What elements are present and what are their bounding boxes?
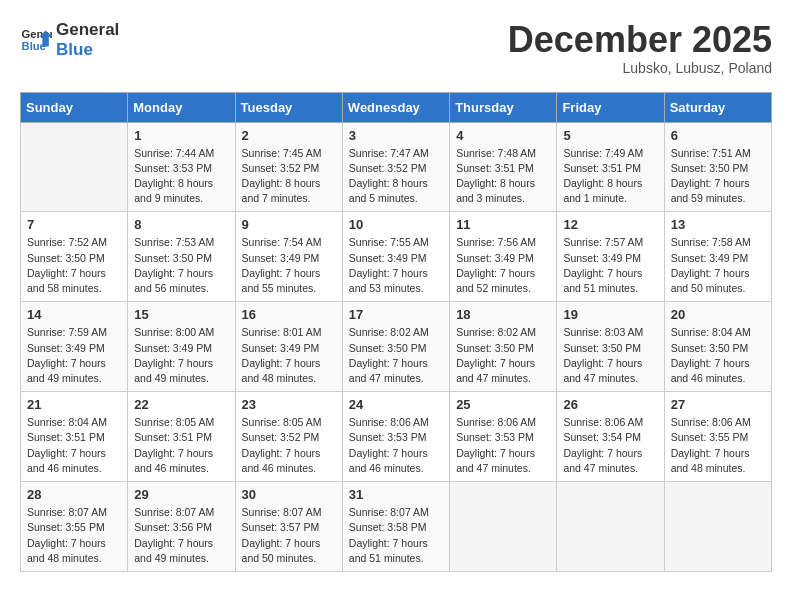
calendar-week-row: 7Sunrise: 7:52 AM Sunset: 3:50 PM Daylig… bbox=[21, 212, 772, 302]
location-subtitle: Lubsko, Lubusz, Poland bbox=[508, 60, 772, 76]
day-info: Sunrise: 8:04 AM Sunset: 3:50 PM Dayligh… bbox=[671, 325, 765, 386]
day-info: Sunrise: 8:06 AM Sunset: 3:54 PM Dayligh… bbox=[563, 415, 657, 476]
calendar-day-cell: 7Sunrise: 7:52 AM Sunset: 3:50 PM Daylig… bbox=[21, 212, 128, 302]
day-number: 9 bbox=[242, 217, 336, 232]
day-info: Sunrise: 8:02 AM Sunset: 3:50 PM Dayligh… bbox=[456, 325, 550, 386]
day-number: 12 bbox=[563, 217, 657, 232]
calendar-week-row: 28Sunrise: 8:07 AM Sunset: 3:55 PM Dayli… bbox=[21, 482, 772, 572]
day-info: Sunrise: 7:54 AM Sunset: 3:49 PM Dayligh… bbox=[242, 235, 336, 296]
day-number: 15 bbox=[134, 307, 228, 322]
day-number: 17 bbox=[349, 307, 443, 322]
day-number: 8 bbox=[134, 217, 228, 232]
calendar-day-cell: 25Sunrise: 8:06 AM Sunset: 3:53 PM Dayli… bbox=[450, 392, 557, 482]
logo-text-general: General bbox=[56, 20, 119, 40]
calendar-day-cell: 27Sunrise: 8:06 AM Sunset: 3:55 PM Dayli… bbox=[664, 392, 771, 482]
day-number: 31 bbox=[349, 487, 443, 502]
day-info: Sunrise: 8:06 AM Sunset: 3:53 PM Dayligh… bbox=[349, 415, 443, 476]
day-number: 6 bbox=[671, 128, 765, 143]
calendar-day-cell bbox=[557, 482, 664, 572]
day-number: 3 bbox=[349, 128, 443, 143]
day-number: 26 bbox=[563, 397, 657, 412]
calendar-day-cell: 31Sunrise: 8:07 AM Sunset: 3:58 PM Dayli… bbox=[342, 482, 449, 572]
weekday-header-cell: Wednesday bbox=[342, 92, 449, 122]
calendar-day-cell: 20Sunrise: 8:04 AM Sunset: 3:50 PM Dayli… bbox=[664, 302, 771, 392]
calendar-week-row: 14Sunrise: 7:59 AM Sunset: 3:49 PM Dayli… bbox=[21, 302, 772, 392]
day-number: 30 bbox=[242, 487, 336, 502]
day-number: 4 bbox=[456, 128, 550, 143]
day-number: 16 bbox=[242, 307, 336, 322]
calendar-day-cell: 26Sunrise: 8:06 AM Sunset: 3:54 PM Dayli… bbox=[557, 392, 664, 482]
weekday-header-cell: Saturday bbox=[664, 92, 771, 122]
weekday-header-row: SundayMondayTuesdayWednesdayThursdayFrid… bbox=[21, 92, 772, 122]
day-number: 7 bbox=[27, 217, 121, 232]
day-number: 29 bbox=[134, 487, 228, 502]
day-info: Sunrise: 8:07 AM Sunset: 3:58 PM Dayligh… bbox=[349, 505, 443, 566]
calendar-day-cell: 17Sunrise: 8:02 AM Sunset: 3:50 PM Dayli… bbox=[342, 302, 449, 392]
day-number: 19 bbox=[563, 307, 657, 322]
day-info: Sunrise: 7:58 AM Sunset: 3:49 PM Dayligh… bbox=[671, 235, 765, 296]
day-info: Sunrise: 7:55 AM Sunset: 3:49 PM Dayligh… bbox=[349, 235, 443, 296]
day-number: 25 bbox=[456, 397, 550, 412]
calendar-body: 1Sunrise: 7:44 AM Sunset: 3:53 PM Daylig… bbox=[21, 122, 772, 571]
calendar-day-cell: 8Sunrise: 7:53 AM Sunset: 3:50 PM Daylig… bbox=[128, 212, 235, 302]
day-info: Sunrise: 8:03 AM Sunset: 3:50 PM Dayligh… bbox=[563, 325, 657, 386]
calendar-day-cell: 21Sunrise: 8:04 AM Sunset: 3:51 PM Dayli… bbox=[21, 392, 128, 482]
day-info: Sunrise: 7:47 AM Sunset: 3:52 PM Dayligh… bbox=[349, 146, 443, 207]
calendar-table: SundayMondayTuesdayWednesdayThursdayFrid… bbox=[20, 92, 772, 572]
day-number: 21 bbox=[27, 397, 121, 412]
weekday-header-cell: Tuesday bbox=[235, 92, 342, 122]
day-number: 11 bbox=[456, 217, 550, 232]
calendar-day-cell bbox=[21, 122, 128, 212]
day-number: 22 bbox=[134, 397, 228, 412]
day-number: 5 bbox=[563, 128, 657, 143]
day-number: 24 bbox=[349, 397, 443, 412]
day-number: 10 bbox=[349, 217, 443, 232]
calendar-day-cell: 3Sunrise: 7:47 AM Sunset: 3:52 PM Daylig… bbox=[342, 122, 449, 212]
calendar-day-cell: 29Sunrise: 8:07 AM Sunset: 3:56 PM Dayli… bbox=[128, 482, 235, 572]
calendar-day-cell bbox=[664, 482, 771, 572]
day-info: Sunrise: 8:07 AM Sunset: 3:57 PM Dayligh… bbox=[242, 505, 336, 566]
calendar-day-cell: 14Sunrise: 7:59 AM Sunset: 3:49 PM Dayli… bbox=[21, 302, 128, 392]
weekday-header-cell: Thursday bbox=[450, 92, 557, 122]
calendar-day-cell: 15Sunrise: 8:00 AM Sunset: 3:49 PM Dayli… bbox=[128, 302, 235, 392]
day-number: 14 bbox=[27, 307, 121, 322]
calendar-day-cell: 12Sunrise: 7:57 AM Sunset: 3:49 PM Dayli… bbox=[557, 212, 664, 302]
calendar-day-cell: 2Sunrise: 7:45 AM Sunset: 3:52 PM Daylig… bbox=[235, 122, 342, 212]
day-info: Sunrise: 8:05 AM Sunset: 3:52 PM Dayligh… bbox=[242, 415, 336, 476]
page-header: General Blue General Blue December 2025 … bbox=[20, 20, 772, 76]
day-info: Sunrise: 8:07 AM Sunset: 3:55 PM Dayligh… bbox=[27, 505, 121, 566]
calendar-day-cell: 30Sunrise: 8:07 AM Sunset: 3:57 PM Dayli… bbox=[235, 482, 342, 572]
logo-icon: General Blue bbox=[20, 24, 52, 56]
logo: General Blue General Blue bbox=[20, 20, 119, 61]
day-info: Sunrise: 8:02 AM Sunset: 3:50 PM Dayligh… bbox=[349, 325, 443, 386]
day-info: Sunrise: 7:44 AM Sunset: 3:53 PM Dayligh… bbox=[134, 146, 228, 207]
calendar-day-cell: 5Sunrise: 7:49 AM Sunset: 3:51 PM Daylig… bbox=[557, 122, 664, 212]
calendar-day-cell: 11Sunrise: 7:56 AM Sunset: 3:49 PM Dayli… bbox=[450, 212, 557, 302]
title-block: December 2025 Lubsko, Lubusz, Poland bbox=[508, 20, 772, 76]
day-info: Sunrise: 8:06 AM Sunset: 3:55 PM Dayligh… bbox=[671, 415, 765, 476]
day-info: Sunrise: 7:49 AM Sunset: 3:51 PM Dayligh… bbox=[563, 146, 657, 207]
day-number: 23 bbox=[242, 397, 336, 412]
weekday-header-cell: Sunday bbox=[21, 92, 128, 122]
day-info: Sunrise: 7:51 AM Sunset: 3:50 PM Dayligh… bbox=[671, 146, 765, 207]
calendar-day-cell bbox=[450, 482, 557, 572]
day-info: Sunrise: 7:53 AM Sunset: 3:50 PM Dayligh… bbox=[134, 235, 228, 296]
day-info: Sunrise: 8:07 AM Sunset: 3:56 PM Dayligh… bbox=[134, 505, 228, 566]
day-number: 13 bbox=[671, 217, 765, 232]
day-info: Sunrise: 7:56 AM Sunset: 3:49 PM Dayligh… bbox=[456, 235, 550, 296]
svg-text:Blue: Blue bbox=[22, 40, 46, 52]
month-title: December 2025 bbox=[508, 20, 772, 60]
calendar-week-row: 21Sunrise: 8:04 AM Sunset: 3:51 PM Dayli… bbox=[21, 392, 772, 482]
calendar-day-cell: 9Sunrise: 7:54 AM Sunset: 3:49 PM Daylig… bbox=[235, 212, 342, 302]
day-number: 27 bbox=[671, 397, 765, 412]
calendar-day-cell: 13Sunrise: 7:58 AM Sunset: 3:49 PM Dayli… bbox=[664, 212, 771, 302]
weekday-header-cell: Monday bbox=[128, 92, 235, 122]
day-info: Sunrise: 8:05 AM Sunset: 3:51 PM Dayligh… bbox=[134, 415, 228, 476]
day-number: 2 bbox=[242, 128, 336, 143]
calendar-day-cell: 23Sunrise: 8:05 AM Sunset: 3:52 PM Dayli… bbox=[235, 392, 342, 482]
calendar-day-cell: 1Sunrise: 7:44 AM Sunset: 3:53 PM Daylig… bbox=[128, 122, 235, 212]
day-number: 1 bbox=[134, 128, 228, 143]
calendar-week-row: 1Sunrise: 7:44 AM Sunset: 3:53 PM Daylig… bbox=[21, 122, 772, 212]
day-info: Sunrise: 7:48 AM Sunset: 3:51 PM Dayligh… bbox=[456, 146, 550, 207]
day-info: Sunrise: 7:52 AM Sunset: 3:50 PM Dayligh… bbox=[27, 235, 121, 296]
